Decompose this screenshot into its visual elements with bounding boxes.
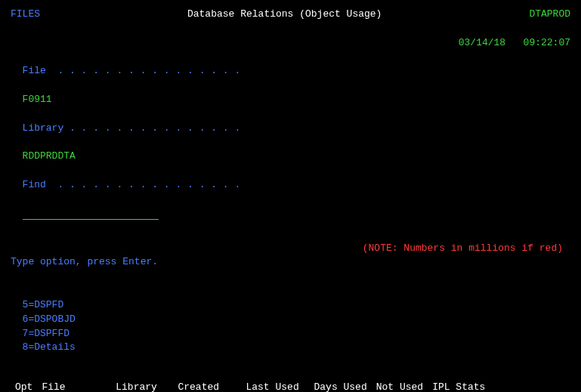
col-iplstats: IPL Stats (428, 381, 490, 392)
instructions-options: 5=DSPFD 6=DSPOBJD 7=DSPFFD 8=Details (11, 270, 570, 355)
col-file: File (37, 381, 111, 392)
col-created: Created (173, 381, 241, 392)
library-label: Library . . . . . . . . . . . . . . . (23, 122, 241, 134)
datetime-row: 03/14/18 09:22:07 (11, 22, 570, 51)
note-text: (NOTE: Numbers in millions if red) (363, 242, 563, 254)
instructions-line1: Type option, press Enter. (11, 255, 570, 270)
header-row: FILES Database Relations (Object Usage) … (11, 8, 570, 22)
find-field-row: Find . . . . . . . . . . . . . . . . (11, 164, 570, 221)
file-label: File . . . . . . . . . . . . . . . . (23, 65, 241, 76)
option-7: 7=DSPFFD (23, 328, 70, 339)
file-value[interactable]: F0911 (23, 94, 52, 105)
note-row: (NOTE: Numbers in millions if red) (11, 227, 570, 256)
col-opt: Opt (11, 381, 37, 392)
file-table: Opt File Library Created Last Used Days … (11, 381, 490, 392)
col-daysused: Days Used (309, 381, 371, 392)
date: 03/14/18 (459, 37, 505, 48)
col-library: Library (111, 381, 173, 392)
library-value[interactable]: RDDPRDDTA (23, 150, 76, 162)
option-5: 5=DSPFD (23, 299, 64, 310)
page-title: Database Relations (Object Usage) (187, 8, 382, 22)
library-field-row: Library . . . . . . . . . . . . . . . RD… (11, 107, 570, 164)
col-notused: Not Used (372, 381, 428, 392)
file-field-row: File . . . . . . . . . . . . . . . . F09… (11, 51, 570, 107)
find-input[interactable] (23, 208, 159, 220)
screen-id: FILES (11, 8, 40, 22)
option-6: 6=DSPOBJD (23, 313, 76, 325)
col-lastused: Last Used (241, 381, 309, 392)
option-8: 8=Details (23, 341, 76, 353)
time: 09:22:07 (524, 37, 570, 48)
find-label: Find . . . . . . . . . . . . . . . . (23, 179, 241, 190)
system-name: DTAPROD (529, 8, 570, 22)
